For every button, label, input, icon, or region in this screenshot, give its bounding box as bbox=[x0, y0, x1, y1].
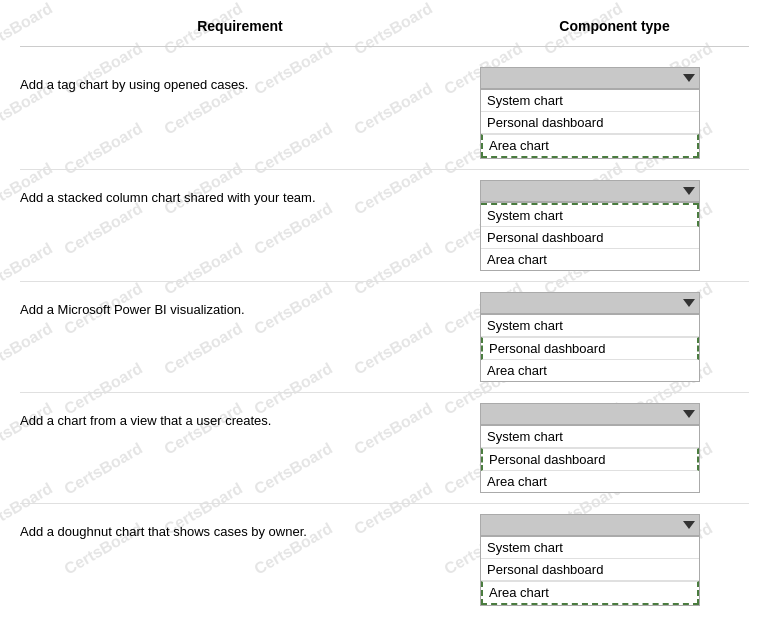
option-item-1-2[interactable]: Area chart bbox=[481, 134, 699, 158]
requirement-text-3: Add a Microsoft Power BI visualization. bbox=[20, 292, 480, 328]
component-area-5: System chartPersonal dashboardArea chart bbox=[480, 514, 749, 606]
dropdown-bar-5[interactable] bbox=[480, 514, 700, 536]
option-item-3-2[interactable]: Area chart bbox=[481, 360, 699, 381]
option-item-5-0[interactable]: System chart bbox=[481, 537, 699, 559]
option-item-3-0[interactable]: System chart bbox=[481, 315, 699, 337]
dropdown-bar-2[interactable] bbox=[480, 180, 700, 202]
dropdown-arrow-2 bbox=[683, 187, 695, 195]
dropdown-arrow-4 bbox=[683, 410, 695, 418]
component-area-3: System chartPersonal dashboardArea chart bbox=[480, 292, 749, 382]
question-row-3: Add a Microsoft Power BI visualization.S… bbox=[20, 282, 749, 393]
question-row-5: Add a doughnut chart that shows cases by… bbox=[20, 504, 749, 616]
option-item-2-2[interactable]: Area chart bbox=[481, 249, 699, 270]
requirement-text-5: Add a doughnut chart that shows cases by… bbox=[20, 514, 480, 550]
options-list-5: System chartPersonal dashboardArea chart bbox=[480, 536, 700, 606]
header-row: Requirement Component type bbox=[20, 10, 749, 47]
options-list-1: System chartPersonal dashboardArea chart bbox=[480, 89, 700, 159]
dropdown-bar-4[interactable] bbox=[480, 403, 700, 425]
dropdown-arrow-1 bbox=[683, 74, 695, 82]
question-row-1: Add a tag chart by using opened cases.Sy… bbox=[20, 57, 749, 170]
requirement-text-4: Add a chart from a view that a user crea… bbox=[20, 403, 480, 439]
component-area-2: System chartPersonal dashboardArea chart bbox=[480, 180, 749, 271]
dropdown-bar-1[interactable] bbox=[480, 67, 700, 89]
option-item-2-1[interactable]: Personal dashboard bbox=[481, 227, 699, 249]
dropdown-bar-3[interactable] bbox=[480, 292, 700, 314]
option-item-4-1[interactable]: Personal dashboard bbox=[481, 448, 699, 471]
option-item-1-1[interactable]: Personal dashboard bbox=[481, 112, 699, 134]
questions-container: Add a tag chart by using opened cases.Sy… bbox=[20, 57, 749, 616]
option-item-4-0[interactable]: System chart bbox=[481, 426, 699, 448]
requirement-text-2: Add a stacked column chart shared with y… bbox=[20, 180, 480, 216]
option-item-2-0[interactable]: System chart bbox=[481, 203, 699, 227]
option-item-4-2[interactable]: Area chart bbox=[481, 471, 699, 492]
main-content: Requirement Component type Add a tag cha… bbox=[0, 0, 769, 625]
options-list-4: System chartPersonal dashboardArea chart bbox=[480, 425, 700, 493]
option-item-5-2[interactable]: Area chart bbox=[481, 581, 699, 605]
option-item-3-1[interactable]: Personal dashboard bbox=[481, 337, 699, 360]
component-area-1: System chartPersonal dashboardArea chart bbox=[480, 67, 749, 159]
options-list-3: System chartPersonal dashboardArea chart bbox=[480, 314, 700, 382]
question-row-4: Add a chart from a view that a user crea… bbox=[20, 393, 749, 504]
question-row-2: Add a stacked column chart shared with y… bbox=[20, 170, 749, 282]
options-list-2: System chartPersonal dashboardArea chart bbox=[480, 202, 700, 271]
dropdown-arrow-5 bbox=[683, 521, 695, 529]
component-header: Component type bbox=[480, 18, 749, 34]
option-item-5-1[interactable]: Personal dashboard bbox=[481, 559, 699, 581]
requirement-header: Requirement bbox=[20, 18, 480, 34]
dropdown-arrow-3 bbox=[683, 299, 695, 307]
component-area-4: System chartPersonal dashboardArea chart bbox=[480, 403, 749, 493]
option-item-1-0[interactable]: System chart bbox=[481, 90, 699, 112]
requirement-text-1: Add a tag chart by using opened cases. bbox=[20, 67, 480, 103]
